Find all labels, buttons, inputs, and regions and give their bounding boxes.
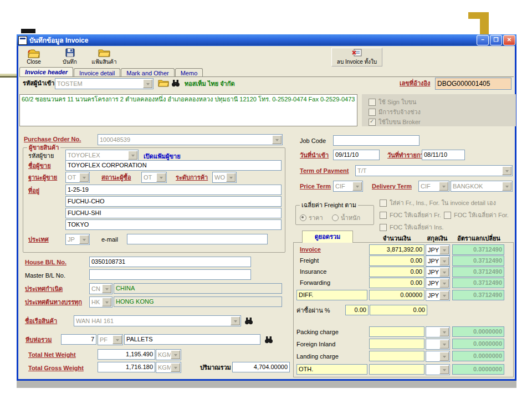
- minimize-button[interactable]: –: [477, 35, 489, 45]
- chevron-down-icon[interactable]: [352, 182, 362, 191]
- chevron-down-icon[interactable]: [112, 335, 122, 344]
- chevron-down-icon[interactable]: [79, 235, 89, 244]
- foc-insurance-checkbox[interactable]: FOC ให้เฉลี่ยค่า Ins.: [380, 222, 444, 232]
- tab-invoice-detail[interactable]: Invoice detail: [74, 68, 120, 77]
- checkbox-icon[interactable]: [380, 224, 387, 231]
- gross-weight-unit-combo[interactable]: KGM: [156, 362, 181, 373]
- chevron-down-icon[interactable]: [439, 365, 449, 374]
- checkbox-icon[interactable]: [380, 212, 387, 219]
- tab-mark-and-other[interactable]: Mark and Other: [121, 68, 174, 77]
- packing-charge-field[interactable]: [369, 326, 424, 337]
- seller-address-line3[interactable]: FUCHU-SHI: [65, 208, 282, 218]
- price-term-combo[interactable]: CIF: [333, 181, 363, 192]
- seller-address-line4[interactable]: TOKYO: [65, 219, 282, 230]
- foc-freight-checkbox[interactable]: FOC ให้เฉลี่ยค่า Fr.: [380, 210, 441, 220]
- view-totals-button[interactable]: ดูยอดรวม: [302, 231, 353, 243]
- chevron-down-icon[interactable]: [102, 298, 111, 306]
- average-by-weight-radio[interactable]: น้ำหนัก: [332, 213, 360, 223]
- total-volume-field[interactable]: 4,704.00000: [232, 362, 290, 372]
- foreign-inland-field[interactable]: [369, 339, 424, 349]
- origin-country-combo[interactable]: CN: [89, 283, 112, 294]
- chevron-down-icon[interactable]: [143, 79, 152, 88]
- trade-level-combo[interactable]: WO: [212, 172, 237, 183]
- importer-code-combo[interactable]: TOSTEM: [55, 78, 154, 89]
- tab-memo[interactable]: Memo: [175, 68, 203, 77]
- master-bl-field[interactable]: [89, 269, 251, 280]
- binoculars-search-icon[interactable]: [264, 335, 273, 344]
- loading-country-combo[interactable]: HK: [89, 296, 112, 308]
- maximize-button[interactable]: ❐: [490, 35, 502, 45]
- delete-invoice-button[interactable]: ลบ Invoice ทั้งใบ: [331, 48, 382, 66]
- diff-currency-combo[interactable]: JPY: [426, 290, 450, 301]
- reference-number-field[interactable]: DBOG000001405: [435, 78, 511, 90]
- other-charge-label-field[interactable]: OTH.: [296, 364, 367, 375]
- chevron-down-icon[interactable]: [439, 245, 449, 254]
- radio-selected-icon[interactable]: [300, 214, 306, 221]
- chevron-down-icon[interactable]: [171, 350, 180, 359]
- diff-amount-field[interactable]: 0.00000: [369, 290, 424, 300]
- checkbox-icon[interactable]: [369, 99, 376, 106]
- chevron-down-icon[interactable]: [226, 173, 236, 182]
- foreign-inland-currency-combo[interactable]: [426, 339, 450, 350]
- chevron-down-icon[interactable]: [502, 182, 511, 191]
- packages-count-field[interactable]: 7: [61, 334, 96, 345]
- other-charge-field[interactable]: [369, 364, 424, 375]
- subcontract-checkbox[interactable]: มีการรับจ้างช่วง: [369, 107, 421, 117]
- landing-charge-field[interactable]: [369, 351, 424, 361]
- chevron-down-icon[interactable]: [502, 166, 511, 175]
- purchase-fee-amount-field[interactable]: 0.00: [370, 305, 427, 315]
- delivery-term-combo[interactable]: CIF: [418, 181, 449, 192]
- import-date-field[interactable]: 09/11/10: [333, 150, 380, 160]
- packages-unit-combo[interactable]: PF: [98, 334, 123, 345]
- checkmark-icon[interactable]: [369, 119, 376, 126]
- chevron-down-icon[interactable]: [128, 151, 137, 160]
- broker-declaration-checkbox[interactable]: ใช้ใบขน Broker: [369, 117, 421, 127]
- delivery-place-combo[interactable]: BANGKOK: [451, 181, 513, 192]
- purchase-fee-percent-field[interactable]: 0.00: [345, 305, 369, 315]
- chevron-down-icon[interactable]: [231, 316, 240, 325]
- freight-currency-combo[interactable]: JPY: [426, 255, 450, 267]
- chevron-down-icon[interactable]: [439, 328, 449, 336]
- save-button[interactable]: บันทึก: [57, 48, 83, 66]
- chevron-down-icon[interactable]: [171, 363, 180, 372]
- binoculars-search-icon[interactable]: [171, 79, 180, 87]
- invoice-currency-combo[interactable]: JPY: [426, 244, 450, 255]
- house-bl-field[interactable]: 0350108731: [89, 257, 251, 267]
- insurance-amount-field[interactable]: 0.00: [369, 267, 424, 277]
- manual-fr-ins-for-checkbox[interactable]: ใส่ค่า Fr., Ins., For. ใน invoice detail…: [380, 198, 496, 208]
- payment-term-combo[interactable]: T/T: [355, 165, 513, 176]
- diff-row-label-field[interactable]: DIFF.: [296, 290, 367, 300]
- binoculars-search-icon[interactable]: [244, 316, 253, 325]
- use-sign-checkbox[interactable]: ใช้ Sign ใบขน: [369, 97, 416, 107]
- packages-unit-name-field[interactable]: PALLETS: [124, 334, 260, 345]
- chevron-down-icon[interactable]: [156, 173, 166, 182]
- chevron-down-icon[interactable]: [439, 352, 449, 361]
- seller-code-combo[interactable]: TOYOFLEX: [65, 150, 139, 161]
- gross-weight-field[interactable]: 1,716.180: [98, 362, 155, 372]
- net-weight-unit-combo[interactable]: KGM: [156, 349, 181, 360]
- checkbox-icon[interactable]: [380, 200, 387, 207]
- chevron-down-icon[interactable]: [79, 173, 89, 182]
- buyer-status-combo[interactable]: OT: [141, 172, 167, 183]
- open-folder-icon[interactable]: [158, 79, 169, 87]
- invoice-total-link[interactable]: Invoice: [300, 246, 321, 253]
- chevron-down-icon[interactable]: [439, 279, 449, 288]
- transaction-date-field[interactable]: 08/11/10: [422, 150, 465, 160]
- chevron-down-icon[interactable]: [439, 340, 449, 349]
- net-weight-field[interactable]: 1,195.490: [98, 349, 155, 360]
- radio-icon[interactable]: [332, 214, 339, 221]
- seller-name-field[interactable]: TOYOFLEX CORPORATION: [65, 160, 282, 171]
- other-charge-currency-combo[interactable]: [426, 364, 450, 375]
- chevron-down-icon[interactable]: [439, 291, 449, 300]
- foc-forwarding-checkbox[interactable]: FOC ให้เฉลี่ยค่า For.: [444, 210, 509, 220]
- product-file-button[interactable]: แฟ้มสินค้า: [89, 48, 119, 66]
- titlebar[interactable]: บันทึกข้อมูล Invoice – ❐ ✕: [17, 34, 516, 46]
- seller-address-line1[interactable]: 1-25-19: [65, 185, 282, 195]
- email-field[interactable]: [127, 234, 268, 244]
- chevron-down-icon[interactable]: [439, 182, 448, 191]
- freight-amount-field[interactable]: 0.00: [369, 255, 424, 266]
- chevron-down-icon[interactable]: [272, 135, 282, 144]
- insurance-currency-combo[interactable]: JPY: [426, 267, 450, 278]
- job-code-field[interactable]: [333, 135, 420, 146]
- seller-address-line2[interactable]: FUCHU-CHO: [65, 196, 282, 207]
